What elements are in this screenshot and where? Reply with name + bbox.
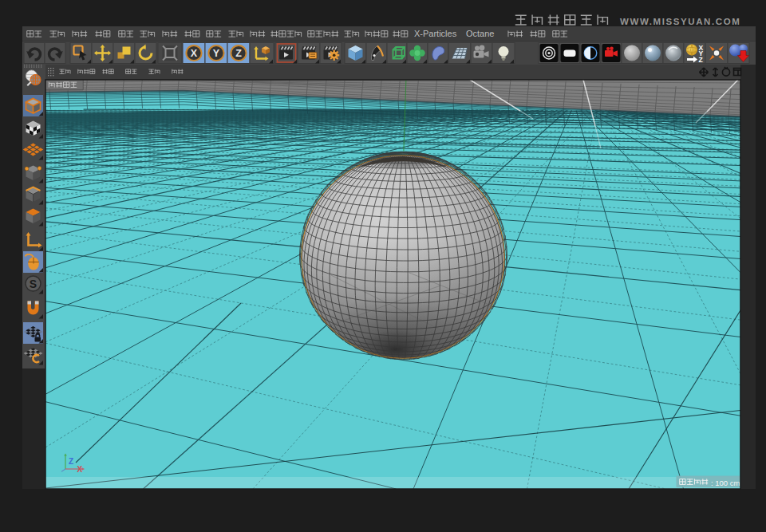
svg-text:Y: Y: [213, 48, 220, 59]
svg-text:S: S: [30, 278, 37, 290]
svg-text:Z: Z: [699, 56, 703, 64]
svg-text:Octane: Octane: [466, 29, 494, 38]
svg-text:X: X: [77, 465, 83, 474]
svg-text:WWW.MISSYUAN.COM: WWW.MISSYUAN.COM: [620, 17, 740, 26]
svg-text:X-Particles: X-Particles: [414, 29, 457, 38]
svg-text:X: X: [191, 48, 198, 59]
svg-text:Z: Z: [69, 457, 73, 466]
svg-text:Z: Z: [235, 48, 242, 59]
svg-text:: 100 cm: : 100 cm: [711, 479, 740, 487]
